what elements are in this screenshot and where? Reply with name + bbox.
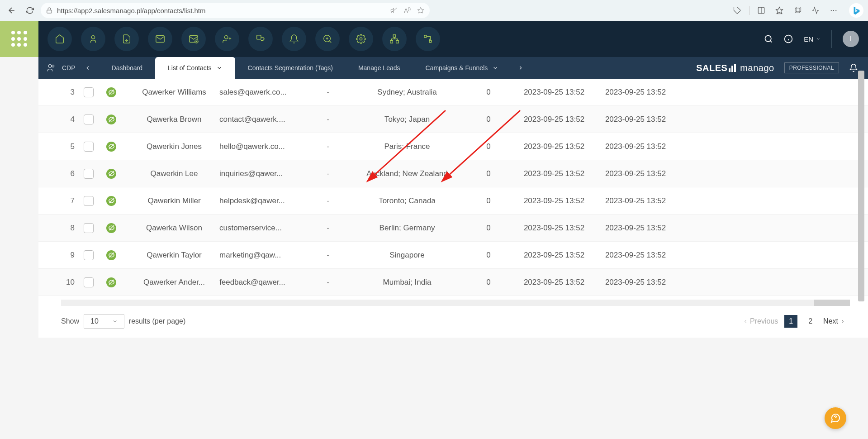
user-avatar[interactable]: I — [843, 31, 859, 47]
apps-menu-button[interactable] — [0, 21, 38, 57]
row-number: 6 — [61, 169, 84, 178]
brand-bars-icon — [728, 64, 739, 72]
split-icon[interactable] — [755, 4, 768, 17]
row-checkbox[interactable] — [84, 87, 94, 97]
favorite-icon[interactable] — [417, 7, 424, 14]
table-row[interactable]: 7 Qawerkin Miller helpdesk@qawer... - To… — [38, 187, 868, 215]
contact-email: hello@qawerk.co... — [219, 142, 305, 151]
prev-page-button[interactable]: Previous — [743, 317, 778, 325]
contact-location: Auckland; New Zealand — [351, 169, 464, 178]
table-row[interactable]: 10 Qawerker Ander... feedback@qawer... -… — [38, 269, 868, 296]
nav-automation-icon[interactable] — [248, 27, 273, 51]
address-bar[interactable]: https://app2.salesmanago.pl/app/contacts… — [41, 3, 430, 18]
text-size-icon[interactable]: A)) — [404, 7, 411, 14]
nav-workflow-icon[interactable] — [416, 27, 440, 51]
table-row[interactable]: 5 Qawerkin Jones hello@qawerk.co... - Pa… — [38, 133, 868, 160]
contact-count: 0 — [464, 115, 513, 124]
svg-rect-8 — [796, 7, 801, 12]
nav-home-icon[interactable] — [47, 27, 72, 51]
nav-next-icon[interactable] — [511, 57, 530, 79]
nav-contacts-icon[interactable] — [81, 27, 105, 51]
mute-icon[interactable] — [390, 7, 398, 14]
row-checkbox[interactable] — [84, 169, 94, 179]
page-2-button[interactable]: 2 — [804, 315, 817, 328]
row-checkbox[interactable] — [84, 223, 94, 233]
row-number: 5 — [61, 142, 84, 151]
horizontal-scrollbar[interactable] — [61, 300, 850, 306]
notifications-icon[interactable] — [849, 63, 858, 72]
row-checkbox[interactable] — [84, 277, 94, 287]
svg-rect-17 — [257, 35, 261, 39]
table-row[interactable]: 4 Qawerka Brown contact@qawerk.... - Tok… — [38, 106, 868, 133]
contact-location: Singapore — [351, 251, 464, 260]
chevron-down-icon — [112, 319, 118, 324]
svg-rect-13 — [156, 36, 164, 43]
bing-button[interactable] — [849, 3, 863, 18]
tab-dashboard[interactable]: Dashboard — [99, 57, 156, 79]
svg-point-31 — [48, 65, 52, 68]
performance-icon[interactable] — [809, 4, 822, 17]
chevron-right-icon — [840, 319, 845, 324]
row-checkbox[interactable] — [84, 115, 94, 124]
tab-campaigns[interactable]: Campaigns & Funnels — [413, 57, 512, 79]
info-icon[interactable] — [784, 34, 793, 43]
nav-email-icon[interactable] — [148, 27, 172, 51]
contact-date-2: 2023-09-25 13:52 — [595, 196, 676, 205]
favorites-icon[interactable] — [773, 4, 786, 17]
nav-settings-icon[interactable] — [349, 27, 373, 51]
back-button[interactable] — [5, 3, 19, 18]
search-icon[interactable] — [764, 34, 773, 43]
nav-email-plus-icon[interactable] — [181, 27, 206, 51]
chevron-down-icon — [216, 65, 223, 71]
more-icon[interactable] — [827, 4, 840, 17]
contact-email: feedback@qawer... — [219, 278, 305, 287]
row-number: 3 — [61, 88, 84, 97]
nav-prev-icon[interactable] — [85, 65, 91, 71]
contact-email: contact@qawerk.... — [219, 115, 305, 124]
language-selector[interactable]: EN — [804, 35, 821, 43]
url-text: https://app2.salesmanago.pl/app/contacts… — [57, 7, 206, 14]
table-row[interactable]: 6 Qawerkin Lee inquiries@qawer... - Auck… — [38, 160, 868, 187]
nav-alerts-icon[interactable] — [282, 27, 306, 51]
svg-point-32 — [52, 65, 54, 67]
contact-email: marketing@qaw... — [219, 251, 305, 260]
nav-add-user-icon[interactable] — [215, 27, 239, 51]
refresh-button[interactable] — [23, 3, 37, 18]
contact-name: Qawerker Ander... — [129, 278, 219, 287]
table-row[interactable]: 9 Qawerkin Taylor marketing@qaw... - Sin… — [38, 242, 868, 269]
contact-field-empty: - — [305, 278, 351, 287]
contact-email: helpdesk@qawer... — [219, 196, 305, 205]
vertical-scrollbar[interactable] — [858, 25, 864, 338]
page-1-button[interactable]: 1 — [784, 315, 797, 328]
row-checkbox[interactable] — [84, 250, 94, 260]
tab-manage-leads[interactable]: Manage Leads — [346, 57, 413, 79]
svg-point-24 — [424, 35, 427, 38]
svg-point-16 — [225, 36, 228, 39]
next-page-button[interactable]: Next — [823, 317, 845, 325]
contact-count: 0 — [464, 251, 513, 260]
table-row[interactable]: 3 Qawerker Williams sales@qawerk.co... -… — [38, 79, 868, 106]
contact-count: 0 — [464, 278, 513, 287]
contact-date-1: 2023-09-25 13:52 — [513, 88, 595, 97]
contact-count: 0 — [464, 88, 513, 97]
per-page-select[interactable]: 10 — [84, 314, 124, 329]
row-checkbox[interactable] — [84, 142, 94, 152]
tab-list-of-contacts[interactable]: List of Contacts — [155, 57, 235, 79]
svg-rect-33 — [729, 68, 730, 72]
extension-icon[interactable] — [731, 4, 744, 17]
nav-import-icon[interactable] — [114, 27, 139, 51]
collections-icon[interactable] — [791, 4, 804, 17]
table-row[interactable]: 8 Qawerka Wilson customerservice... - Be… — [38, 215, 868, 242]
nav-search-zoom-icon[interactable] — [315, 27, 340, 51]
contact-email: sales@qawerk.co... — [219, 88, 305, 97]
contact-date-2: 2023-09-25 13:52 — [595, 169, 676, 178]
status-icon — [106, 196, 116, 206]
contact-count: 0 — [464, 169, 513, 178]
plan-badge: PROFESSIONAL — [784, 62, 839, 73]
contact-location: Sydney; Australia — [351, 88, 464, 97]
tab-segmentation[interactable]: Contacts Segmentation (Tags) — [235, 57, 346, 79]
sub-navigation: CDP Dashboard List of Contacts Contacts … — [38, 57, 868, 79]
brand-logo: SALES manago — [696, 63, 774, 73]
nav-sitemap-icon[interactable] — [382, 27, 407, 51]
row-checkbox[interactable] — [84, 196, 94, 206]
